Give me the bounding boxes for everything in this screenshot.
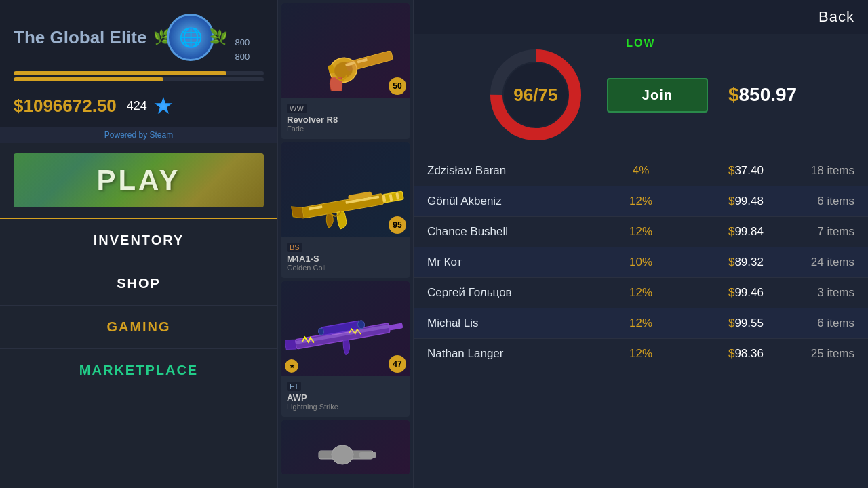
player-name: Nathan Langer [427,347,609,361]
balance-row: $1096672.50 424 [0,90,277,127]
progress-bar-bottom-fill [14,77,163,81]
nav-shop[interactable]: SHOP [0,262,277,306]
item-card-revolver[interactable]: 50 WW Revolver R8 Fade [281,3,410,139]
pot-value: $850.97 [728,84,797,106]
player-value: $99.48 [673,195,764,208]
balance-amount: $1096672.50 [14,96,117,117]
nav-inventory[interactable]: INVENTORY [0,219,277,262]
player-percent: 12% [609,225,673,239]
donut-numbers: 96/75 [513,85,557,105]
progress-bar-top [14,71,264,75]
svg-rect-6 [344,50,393,72]
main-content: 50 WW Revolver R8 Fade [278,0,868,488]
player-percent: 12% [609,317,673,330]
progress-bar-top-fill [14,71,226,75]
item-image-awp: ★ 47 [281,281,410,376]
item-badge-revolver: 50 [389,77,406,95]
item-name-revolver: Revolver R8 [287,115,404,125]
item-image-partial [281,420,410,474]
rank-badge: 🌐 [167,14,214,61]
player-value: $37.40 [673,164,764,178]
player-value: $99.55 [673,317,764,330]
star-icon [154,97,173,116]
laurel-right-icon: 🌿 [210,28,228,46]
player-name: Gönül Akbeniz [427,195,609,208]
sidebar-nav: INVENTORY SHOP GAMING MARKETPLACE [0,218,277,392]
player-name: Michał Lis [427,317,609,330]
player-row[interactable]: Michał Lis 12% $99.55 6 items [414,308,868,339]
nav-gaming[interactable]: GAMING [0,306,277,349]
rank-icon: 🌿 🌐 🌿 [157,10,224,64]
player-percent: 4% [609,164,673,178]
item-condition-revolver: WW [287,104,307,113]
item-badge-m4a1: 95 [389,216,406,234]
right-header: Back [414,0,868,34]
player-items: 6 items [764,195,854,208]
item-condition-awp: FT [287,382,301,391]
item-stattrak-awp: ★ [285,359,298,373]
donut-chart: 96/75 [485,44,587,146]
player-row[interactable]: Gönül Akbeniz 12% $99.48 6 items [414,186,868,217]
player-value: $99.46 [673,286,764,300]
join-area: Join [607,78,708,113]
player-name: Mr Кот [427,256,609,269]
rank-name: The Global Elite [14,28,146,47]
player-row[interactable]: Zdzisław Baran 4% $37.40 18 items [414,156,868,186]
play-button[interactable]: PLAY [14,153,264,207]
item-card-m4a1[interactable]: 95 BS M4A1-S Golden Coil [281,142,410,278]
player-row[interactable]: Mr Кот 10% $89.32 24 items [414,247,868,278]
donut-center-text: 96/75 [513,85,557,106]
item-card-partial[interactable] [281,420,410,474]
item-skin-awp: Lightning Strike [287,403,404,411]
progress-bar-bottom [14,77,264,81]
sidebar-header: The Global Elite 🌿 🌐 🌿 800 800 [0,0,277,71]
svg-rect-20 [389,323,403,330]
item-image-revolver: 50 [281,3,410,98]
player-name: Zdzisław Baran [427,164,609,178]
item-skin-revolver: Fade [287,125,404,133]
rank-title: The Global Elite [14,28,146,47]
players-table: Zdzisław Baran 4% $37.40 18 items Gönül … [414,156,868,488]
item-condition-m4a1: BS [287,243,302,252]
powered-by: Powered by Steam [0,127,277,143]
player-items: 25 items [764,347,854,361]
player-items: 6 items [764,317,854,330]
player-percent: 12% [609,347,673,361]
item-image-m4a1: 95 [281,142,410,237]
player-name: Chance Bushell [427,225,609,239]
item-skin-m4a1: Golden Coil [287,264,404,272]
player-percent: 10% [609,256,673,269]
player-value: $89.32 [673,256,764,269]
stats-row: LOW 96/75 Join [414,34,868,156]
player-row[interactable]: Nathan Langer 12% $98.36 25 items [414,339,868,369]
svg-point-23 [332,445,353,464]
item-name-awp: AWP [287,392,404,403]
items-column: 50 WW Revolver R8 Fade [278,0,414,488]
item-badge-awp: 47 [389,355,406,373]
item-info-revolver: WW Revolver R8 Fade [281,98,410,136]
player-value: $99.84 [673,225,764,239]
player-items: 24 items [764,256,854,269]
progress-bars [0,71,277,90]
svg-rect-24 [359,452,376,458]
player-row[interactable]: Chance Bushell 12% $99.84 7 items [414,217,868,247]
player-row[interactable]: Сергей Гольцов 12% $99.46 3 items [414,278,868,308]
item-name-m4a1: M4A1-S [287,253,404,264]
sidebar: The Global Elite 🌿 🌐 🌿 800 800 $1096672.… [0,0,278,488]
join-button[interactable]: Join [607,78,708,113]
player-items: 3 items [764,286,854,300]
back-button[interactable]: Back [818,8,854,26]
coin-count: 424 [127,99,147,113]
item-info-awp: FT AWP Lightning Strike [281,376,410,414]
right-panel: Back LOW 96/75 [414,0,868,488]
item-info-m4a1: BS M4A1-S Golden Coil [281,237,410,275]
player-value: $98.36 [673,347,764,361]
player-name: Сергей Гольцов [427,286,609,300]
nav-marketplace[interactable]: MARKETPLACE [0,349,277,392]
low-label: LOW [626,37,655,49]
player-percent: 12% [609,195,673,208]
steam-link: Steam [150,130,174,140]
player-items: 7 items [764,225,854,239]
item-card-awp[interactable]: ★ 47 FT AWP Lightning Strike [281,281,410,417]
rank-points: 800 800 [235,36,250,64]
